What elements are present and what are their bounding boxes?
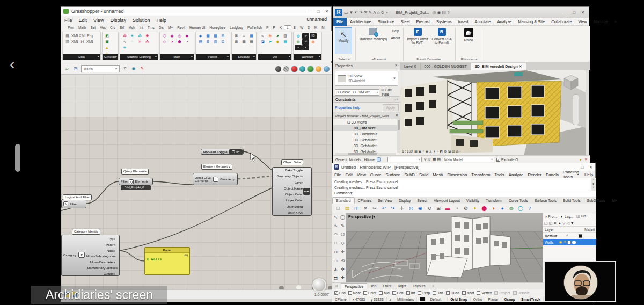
expand-icon[interactable]: + bbox=[191, 55, 193, 58]
component-tab[interactable]: S bbox=[291, 26, 298, 30]
menu-item[interactable]: Solution bbox=[129, 18, 153, 23]
menu-item[interactable]: SubD bbox=[402, 172, 417, 177]
toolbar-tab[interactable]: M» bbox=[609, 198, 620, 204]
save-file-icon[interactable]: ◳ bbox=[72, 66, 79, 72]
display-hatch-icon[interactable] bbox=[283, 66, 289, 72]
tool-icon[interactable]: ⊠ bbox=[233, 33, 240, 39]
panel-tab[interactable]: ▼ Lay... bbox=[558, 215, 575, 219]
viewport-tab[interactable]: + bbox=[429, 283, 437, 289]
component-tab[interactable]: W bbox=[298, 26, 305, 30]
menu-item[interactable]: Tools bbox=[492, 172, 506, 177]
osnap-checkbox[interactable]: Point bbox=[363, 291, 376, 295]
command-history[interactable]: Creating meshes... Press Esc to cancel C… bbox=[332, 178, 596, 191]
constraints-section[interactable]: Constraints bbox=[335, 98, 356, 101]
toolbar-icon[interactable]: ⊞ bbox=[434, 206, 443, 211]
osnap-checkbox[interactable]: Vertex bbox=[477, 291, 492, 295]
tool-icon[interactable]: ▥ bbox=[212, 39, 219, 45]
osnap-checkbox[interactable]: End bbox=[334, 291, 346, 295]
ribbon-tab[interactable]: Architecture bbox=[347, 19, 375, 24]
tool-icon[interactable]: I/O bbox=[310, 33, 317, 39]
help-about-buttons[interactable]: HelpAbout bbox=[389, 29, 402, 40]
viewport-tab[interactable]: Top bbox=[367, 283, 379, 289]
component-tab[interactable]: M+ bbox=[166, 26, 175, 30]
palette-icon[interactable]: ⟲ bbox=[339, 257, 346, 265]
tool-icon[interactable]: x² bbox=[302, 39, 309, 45]
palette-icon[interactable]: ◯ bbox=[339, 213, 346, 222]
apply-button[interactable]: Apply bbox=[383, 104, 399, 111]
category-identity-node[interactable]: Category ID TypeParentNameAllowsSubcateg… bbox=[61, 235, 120, 276]
tool-icon[interactable]: ▤ bbox=[64, 33, 71, 39]
tool-icon[interactable]: ≡ bbox=[302, 45, 309, 50]
smarttrack-toggle[interactable]: SmartTrack bbox=[518, 297, 544, 301]
view-control-icon[interactable]: ▦ bbox=[414, 149, 418, 153]
title-icon[interactable]: ◉ bbox=[437, 10, 441, 15]
qat-icon[interactable]: ✎ bbox=[369, 10, 372, 15]
zoom-dropdown[interactable]: 100%▼ bbox=[81, 65, 120, 72]
toolbar-icon[interactable]: ◎ bbox=[407, 206, 415, 211]
qat-icon[interactable]: ▭ bbox=[344, 10, 348, 15]
view-control-icon[interactable]: ◪ bbox=[448, 149, 451, 153]
tree-item[interactable]: 3D_BIM vere bbox=[333, 125, 400, 131]
ribbon-tab[interactable]: Collaborate bbox=[548, 19, 575, 24]
import-formit-button[interactable]: F Import FormIt to RVT bbox=[406, 28, 429, 45]
tool-icon[interactable]: ⬟ bbox=[176, 39, 183, 45]
expand-icon[interactable]: + bbox=[155, 55, 157, 58]
scale-label[interactable]: 1 : 100 bbox=[402, 149, 413, 153]
view-control-icon[interactable]: ⚙ bbox=[444, 149, 447, 153]
menu-item[interactable]: Surface bbox=[384, 172, 402, 177]
panel-tab[interactable]: ◕ Pro... bbox=[543, 215, 558, 219]
planar-toggle[interactable]: Planar bbox=[485, 297, 501, 301]
tool-icon[interactable]: ✳ bbox=[129, 33, 136, 39]
osnap-checkbox[interactable]: Knot bbox=[462, 291, 474, 295]
component-tab[interactable]: Math bbox=[76, 26, 88, 30]
ribbon-tab[interactable]: File bbox=[333, 18, 347, 26]
viewport-grid-icon[interactable]: ⊞ bbox=[332, 284, 341, 288]
view-control-icon[interactable]: ✦ bbox=[433, 149, 436, 153]
tool-icon[interactable]: XML bbox=[79, 33, 86, 39]
osnap-checkbox[interactable]: Disable bbox=[513, 291, 530, 295]
tool-icon[interactable]: ◆ bbox=[274, 39, 281, 45]
component-tab[interactable]: Set bbox=[88, 26, 98, 30]
transmit-button[interactable]: Transmit model(s) bbox=[358, 28, 388, 41]
menu-item[interactable]: Help bbox=[582, 172, 595, 177]
palette-icon[interactable]: ✚ bbox=[339, 274, 346, 282]
layer-tool-icon[interactable]: ▲ bbox=[558, 221, 561, 225]
tool-icon[interactable]: XML bbox=[71, 33, 78, 39]
toolbar-tab[interactable]: Set View bbox=[375, 198, 396, 204]
menu-item[interactable]: Dimension bbox=[445, 172, 469, 177]
menu-item[interactable]: File bbox=[61, 18, 76, 23]
ribbon-tab[interactable]: Analyze bbox=[494, 19, 515, 24]
query-source-badge[interactable]: BIM_Projekt_G... bbox=[121, 185, 151, 190]
material-swatch[interactable] bbox=[572, 241, 576, 244]
tool-icon[interactable]: ◍ bbox=[295, 33, 302, 39]
expand-icon[interactable]: + bbox=[98, 55, 99, 58]
qat-icon[interactable]: ↻ bbox=[380, 10, 384, 15]
osnap-checkbox[interactable]: Tan bbox=[433, 291, 443, 295]
palette-icon[interactable]: ❖ bbox=[339, 265, 346, 274]
ribbon-tab[interactable]: Precast bbox=[413, 19, 433, 24]
tool-icon[interactable]: ▥ bbox=[64, 39, 71, 45]
preview-eye-icon[interactable]: ◉ bbox=[130, 66, 137, 72]
tool-icon[interactable]: ⊞ bbox=[219, 33, 226, 39]
maximize-icon[interactable]: □ bbox=[314, 9, 323, 14]
view-control-icon[interactable]: ▣ bbox=[419, 149, 422, 153]
toolbar-tab[interactable]: Curve Tools bbox=[506, 198, 531, 204]
pin-icons[interactable]: ⌂ ˄ bbox=[393, 98, 398, 101]
tool-icon[interactable]: t·t bbox=[79, 39, 86, 45]
tool-icon[interactable]: XML bbox=[71, 39, 78, 45]
osnap-toggle[interactable]: Osnap bbox=[501, 297, 518, 301]
toolbar-icon[interactable]: ⬤ bbox=[480, 206, 488, 211]
expand-icon[interactable]: + bbox=[115, 55, 117, 58]
menu-item[interactable]: Transform bbox=[469, 172, 492, 177]
toolbar-icon[interactable]: ◕ bbox=[498, 206, 507, 211]
view-control-icon[interactable]: ◭ bbox=[429, 149, 432, 153]
tool-icon[interactable]: ◍ bbox=[295, 39, 302, 45]
filter-icon[interactable]: ▼ bbox=[579, 158, 583, 162]
menu-item[interactable]: View bbox=[355, 172, 368, 177]
layer-tool-icon[interactable]: ▢ bbox=[544, 221, 548, 226]
qat-icon[interactable]: » bbox=[385, 10, 387, 15]
rhino-button[interactable]: Rhino bbox=[458, 28, 479, 42]
focus-extents-icon[interactable]: ⌑ bbox=[122, 66, 128, 72]
layer-cell[interactable]: Default bbox=[417, 297, 448, 302]
tool-icon[interactable]: ⊕ bbox=[267, 33, 274, 39]
